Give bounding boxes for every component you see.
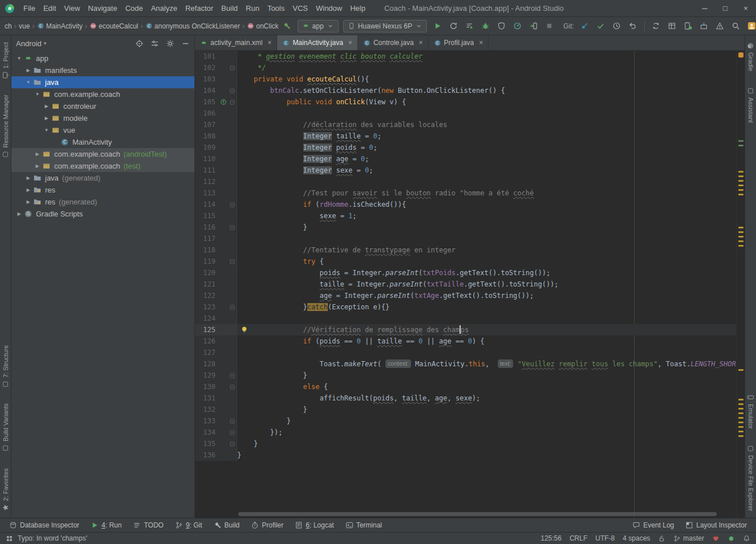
- stop-button[interactable]: [542, 19, 556, 33]
- line-number[interactable]: 114: [195, 199, 219, 210]
- breadcrumb-item-vue[interactable]: vue: [18, 22, 31, 30]
- line-number[interactable]: 133: [195, 415, 219, 427]
- hide-panel-icon[interactable]: [181, 39, 190, 48]
- stripe-mark[interactable]: [738, 417, 743, 419]
- settings-gear-icon[interactable]: [166, 39, 174, 48]
- view-options-icon[interactable]: [151, 39, 159, 48]
- fold-marker-icon[interactable]: [229, 418, 235, 424]
- breadcrumb-item-mainactivity[interactable]: CMainActivity: [36, 22, 84, 30]
- fold-marker-icon[interactable]: [229, 441, 235, 447]
- heart-icon[interactable]: [712, 535, 720, 542]
- menu-code[interactable]: Code: [121, 4, 147, 13]
- stripe-mark[interactable]: [738, 369, 743, 371]
- line-number[interactable]: 129: [195, 370, 219, 381]
- tree-item-controleur[interactable]: ▶controleur: [11, 100, 194, 112]
- code-text[interactable]: }: [237, 449, 736, 461]
- line-number[interactable]: 101: [195, 51, 219, 62]
- toolwindow-button-profiler[interactable]: Profiler: [246, 520, 288, 530]
- menu-edit[interactable]: Edit: [39, 4, 60, 13]
- code-text[interactable]: }: [237, 222, 736, 233]
- tree-item-java[interactable]: ▼java: [11, 76, 194, 88]
- toolwindow-1-project[interactable]: 1: Project: [2, 42, 9, 79]
- close-tab-icon[interactable]: ×: [479, 39, 483, 47]
- stripe-mark[interactable]: [738, 236, 743, 238]
- fold-marker-icon[interactable]: [229, 99, 235, 105]
- tree-item-gradle-scripts[interactable]: ▶GGradle Scripts: [11, 208, 194, 220]
- line-number[interactable]: 109: [195, 142, 219, 153]
- tab-mainactivity-java[interactable]: CMainActivity.java×: [277, 35, 358, 50]
- stripe-mark[interactable]: [738, 431, 743, 432]
- code-text[interactable]: [237, 176, 736, 187]
- stripe-mark[interactable]: [738, 412, 743, 414]
- code-text[interactable]: private void ecouteCalcul(){: [237, 73, 736, 85]
- record-button[interactable]: [526, 19, 540, 33]
- line-number[interactable]: 136: [195, 449, 219, 461]
- stripe-mark[interactable]: [738, 240, 743, 242]
- tree-collapsed-icon[interactable]: ▶: [33, 152, 42, 157]
- code-text[interactable]: * gestion evenement clic bouton calculer: [237, 51, 736, 62]
- tree-item-mainactivity[interactable]: CMainActivity: [11, 136, 194, 148]
- fold-marker-icon[interactable]: [229, 384, 235, 390]
- line-number[interactable]: 134: [195, 427, 219, 438]
- stripe-mark[interactable]: [738, 399, 743, 400]
- line-number[interactable]: 121: [195, 279, 219, 290]
- code-text[interactable]: //déclaration des variables locales: [237, 119, 736, 130]
- line-number[interactable]: 135: [195, 438, 219, 449]
- line-number[interactable]: 123: [195, 301, 219, 313]
- code-text[interactable]: if (poids == 0 || taille == 0 || age == …: [237, 336, 736, 347]
- code-text[interactable]: poids = Integer.parseInt(txtPoids.getTex…: [237, 267, 736, 279]
- fold-marker-icon[interactable]: [229, 430, 235, 436]
- toolwindow-resource-manager[interactable]: Resource Manager: [2, 95, 9, 158]
- toolwindow-gradle[interactable]: GGradle: [747, 42, 754, 71]
- code-text[interactable]: age = Integer.parseInt(txtAge.getText().…: [237, 290, 736, 301]
- menu-tools[interactable]: Tools: [263, 4, 288, 13]
- toolwindow-button-4-run[interactable]: 4: Run: [86, 520, 126, 530]
- code-text[interactable]: taille = Integer.parseInt(txtTaille.getT…: [237, 279, 736, 290]
- sync-project-button[interactable]: [649, 19, 664, 33]
- line-number[interactable]: 125: [195, 324, 219, 336]
- code-text[interactable]: }: [237, 370, 736, 381]
- line-number[interactable]: 126: [195, 336, 219, 347]
- code-text[interactable]: Integer age = 0;: [237, 153, 736, 165]
- maximize-button[interactable]: □: [715, 0, 735, 17]
- fold-marker-icon[interactable]: [229, 202, 235, 208]
- fold-marker-icon[interactable]: [229, 373, 235, 379]
- tree-collapsed-icon[interactable]: ▶: [24, 199, 32, 204]
- git-branch-widget[interactable]: master: [673, 534, 704, 542]
- stripe-mark[interactable]: [738, 145, 743, 146]
- menu-vcs[interactable]: VCS: [288, 4, 312, 13]
- close-button[interactable]: ×: [735, 0, 756, 17]
- menu-navigate[interactable]: Navigate: [84, 4, 121, 13]
- build-hammer-button[interactable]: [280, 19, 295, 33]
- tree-item-res[interactable]: ▶res: [11, 184, 194, 196]
- toolwindow-button-6-logcat[interactable]: 6: Logcat: [290, 520, 338, 530]
- code-text[interactable]: [237, 108, 736, 119]
- device-select[interactable]: Huawei Nexus 6P: [343, 20, 427, 32]
- tree-expanded-icon[interactable]: ▼: [33, 92, 42, 97]
- stripe-mark[interactable]: [738, 435, 743, 437]
- git-update-button[interactable]: [578, 19, 592, 33]
- line-number[interactable]: 102: [195, 62, 219, 73]
- tree-collapsed-icon[interactable]: ▶: [42, 104, 51, 109]
- stripe-mark[interactable]: [738, 185, 743, 186]
- code-text[interactable]: Integer taille = 0;: [237, 130, 736, 142]
- toolwindow-7-structure[interactable]: 7: Structure: [2, 345, 9, 388]
- code-text[interactable]: [237, 347, 736, 358]
- intention-bulb-icon[interactable]: [240, 325, 249, 334]
- line-number[interactable]: 111: [195, 165, 219, 176]
- line-number[interactable]: 105: [195, 96, 219, 108]
- tree-item-res-generated[interactable]: ▶res (generated): [11, 196, 194, 208]
- close-tab-icon[interactable]: ×: [267, 39, 271, 47]
- line-number[interactable]: 113: [195, 187, 219, 199]
- code-text[interactable]: try {: [237, 256, 736, 267]
- line-number[interactable]: 120: [195, 267, 219, 279]
- git-history-button[interactable]: [609, 19, 624, 33]
- git-rollback-button[interactable]: [625, 19, 640, 33]
- horizontal-scrollbar[interactable]: [238, 512, 717, 516]
- tree-item-com-example-coach-androidtest[interactable]: ▶com.example.coach (androidTest): [11, 148, 194, 160]
- line-number[interactable]: 124: [195, 313, 219, 324]
- apply-changes-button[interactable]: [446, 19, 461, 33]
- code-text[interactable]: Integer sexe = 0;: [237, 165, 736, 176]
- breadcrumb-item-onclick[interactable]: monClick: [246, 22, 279, 30]
- line-number[interactable]: 106: [195, 108, 219, 119]
